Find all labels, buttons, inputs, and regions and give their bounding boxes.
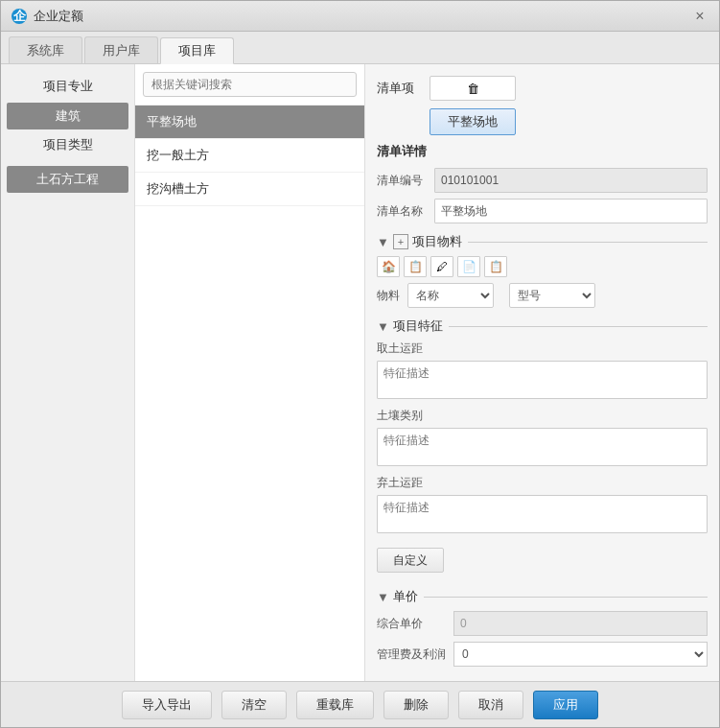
custom-button[interactable]: 自定义 (377, 548, 444, 573)
right-panel: 清单项 🗑 平整场地 清单详情 清单编号 清单名称 (365, 64, 719, 681)
mingcheng-input[interactable] (434, 199, 708, 223)
guanli-label: 管理费及利润 (377, 646, 453, 663)
tab-user[interactable]: 用户库 (84, 36, 158, 63)
cancel-button[interactable]: 取消 (458, 691, 523, 719)
unit-collapse-arrow[interactable]: ▼ (377, 590, 389, 604)
reload-button[interactable]: 重载库 (296, 691, 374, 719)
app-icon: 企 (11, 8, 28, 25)
unit-section-header: ▼ 单价 (377, 588, 708, 605)
tab-system[interactable]: 系统库 (9, 36, 82, 63)
mingcheng-label: 清单名称 (377, 203, 434, 220)
trash-icon: 🗑 (467, 82, 479, 96)
icon-clipboard[interactable]: 📋 (404, 256, 427, 277)
list-item[interactable]: 挖一般土方 (135, 139, 364, 173)
sidebar-project-pro-label: 项目专业 (1, 72, 134, 101)
material-label: 项目物料 (412, 233, 462, 250)
char1-textarea[interactable] (377, 361, 708, 399)
zhonghe-label: 综合单价 (377, 616, 453, 632)
sidebar-project-type-label: 项目类型 (1, 131, 134, 158)
char2-textarea[interactable] (377, 428, 708, 466)
pingzheng-button[interactable]: 平整场地 (430, 108, 516, 135)
apply-button[interactable]: 应用 (533, 691, 598, 719)
bianhao-row: 清单编号 (377, 168, 708, 193)
unit-label: 单价 (393, 588, 418, 605)
material-dropdowns-row: 物料 名称 型号 (377, 283, 708, 308)
middle-panel: 平整场地 挖一般土方 挖沟槽土方 (135, 64, 365, 681)
search-box (135, 64, 364, 106)
list-item[interactable]: 平整场地 (135, 106, 364, 139)
icon-edit[interactable]: 🖊 (430, 256, 453, 277)
icon-house[interactable]: 🏠 (377, 256, 400, 277)
tabbar: 系统库 用户库 项目库 (1, 32, 719, 64)
tab-project[interactable]: 项目库 (160, 37, 234, 64)
window-title: 企业定额 (34, 8, 690, 25)
char-collapse-arrow[interactable]: ▼ (377, 319, 389, 334)
material-field-label: 物料 (377, 288, 404, 304)
section-line (468, 242, 708, 243)
bianhao-label: 清单编号 (377, 173, 434, 189)
char2-label: 土壤类别 (377, 408, 708, 424)
zhonghe-row: 综合单价 (377, 611, 708, 636)
main-window: 企 企业定额 × 系统库 用户库 项目库 项目专业 建筑 项目类型 土石方工程 (0, 0, 720, 728)
char3-textarea[interactable] (377, 495, 708, 533)
char1-label: 取土运距 (377, 341, 708, 357)
import-export-button[interactable]: 导入导出 (122, 691, 212, 719)
qingdan-row: 清单项 🗑 (377, 76, 708, 101)
plus-icon[interactable]: + (393, 234, 408, 249)
bottom-toolbar: 导入导出 清空 重载库 删除 取消 应用 (1, 681, 719, 727)
char-label: 项目特征 (393, 317, 443, 335)
clear-button[interactable]: 清空 (221, 691, 287, 719)
detail-section-label: 清单详情 (377, 143, 708, 160)
guanli-select[interactable]: 0 (453, 642, 708, 667)
qingdan-input-box: 🗑 (430, 76, 708, 101)
material-section-header: ▼ + 项目物料 (377, 233, 708, 250)
list-item[interactable]: 挖沟槽土方 (135, 173, 364, 206)
icon-doc[interactable]: 📄 (457, 256, 480, 277)
bianhao-input[interactable] (434, 168, 708, 193)
mingcheng-row: 清单名称 (377, 199, 708, 223)
svg-text:企: 企 (12, 9, 27, 23)
trash-button[interactable]: 🗑 (430, 76, 516, 101)
collapse-arrow[interactable]: ▼ (377, 235, 389, 249)
qingdan-label: 清单项 (377, 80, 430, 97)
unit-section-line (424, 597, 708, 598)
main-content: 项目专业 建筑 项目类型 土石方工程 平整场地 挖一般土方 挖沟槽土方 (1, 64, 719, 681)
zhonghe-input[interactable] (453, 611, 708, 636)
material-icons-row: 🏠 📋 🖊 📄 📋 (377, 256, 708, 277)
guanli-row: 管理费及利润 0 (377, 642, 708, 667)
titlebar: 企 企业定额 × (1, 1, 719, 32)
char-section-header: ▼ 项目特征 (377, 317, 708, 335)
delete-button[interactable]: 删除 (383, 691, 449, 719)
list-items: 平整场地 挖一般土方 挖沟槽土方 (135, 106, 364, 681)
material-model-select[interactable]: 型号 (509, 283, 595, 308)
char3-label: 弃土运距 (377, 475, 708, 491)
char-section-line (449, 326, 708, 327)
material-name-select[interactable]: 名称 (407, 283, 494, 308)
sidebar-category-tushifang[interactable]: 土石方工程 (7, 166, 128, 193)
sidebar-category-jianzhu[interactable]: 建筑 (7, 103, 128, 129)
icon-list[interactable]: 📋 (484, 256, 507, 277)
close-button[interactable]: × (690, 7, 709, 26)
search-input[interactable] (143, 72, 357, 97)
sidebar: 项目专业 建筑 项目类型 土石方工程 (1, 64, 135, 681)
